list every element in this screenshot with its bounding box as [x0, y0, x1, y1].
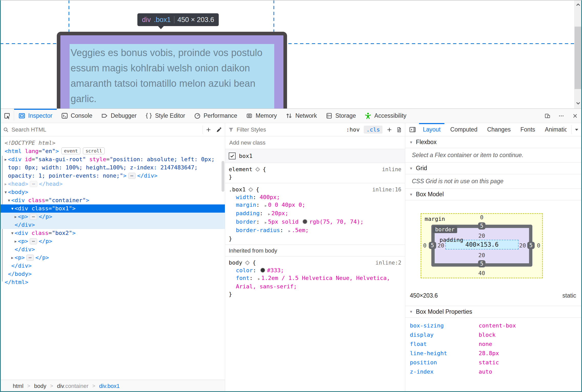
rule-source-link[interactable]: inline:16 [372, 186, 401, 193]
devtools-tab-style-editor[interactable]: Style Editor [141, 109, 190, 123]
border-top-value[interactable]: 5 [478, 222, 486, 230]
padding-bottom-value[interactable]: 20 [478, 252, 485, 259]
expander-icon[interactable]: ▶ [268, 210, 270, 218]
markup-row[interactable]: <html lang="en">eventscroll [0, 147, 225, 155]
markup-row[interactable]: </body> [0, 270, 225, 278]
css-declaration[interactable]: width: 400px; [229, 193, 401, 201]
devtools-tab-network[interactable]: Network [281, 109, 321, 123]
twisty-closed-icon[interactable]: ▶ [15, 237, 17, 245]
devtools-tab-inspector[interactable]: Inspector [14, 109, 57, 123]
section-grid[interactable]: ▼ Grid [405, 162, 582, 174]
border-right-value[interactable]: 5 [527, 242, 535, 249]
sidebar-tab-animations[interactable]: Animations [540, 123, 567, 136]
sidebar-tab-fonts[interactable]: Fonts [515, 123, 540, 136]
sidebar-tab-computed[interactable]: Computed [445, 123, 482, 136]
all-tabs-menu-button[interactable] [572, 123, 582, 136]
devtools-tab-accessibility[interactable]: Accessibility [360, 109, 411, 123]
property-value[interactable]: #333; [267, 267, 284, 274]
twisty-closed-icon[interactable]: ▶ [5, 155, 7, 164]
twisty-open-icon[interactable]: ▼ [5, 188, 7, 196]
rule-selector[interactable]: .box1 [229, 186, 246, 193]
rule-source-link[interactable]: inline [382, 166, 401, 173]
margin-left-value[interactable]: 0 [423, 242, 426, 249]
close-button[interactable] [568, 109, 582, 123]
dom-badge-scroll[interactable]: scroll [83, 147, 105, 154]
markup-row[interactable]: ▼<div class="box1"> [0, 204, 225, 213]
print-media-icon[interactable] [396, 127, 402, 133]
add-rule-icon[interactable] [387, 127, 392, 133]
property-name[interactable]: width [236, 194, 253, 200]
collapsed-children-icon[interactable]: ⋯ [30, 238, 37, 244]
markup-row[interactable]: <!DOCTYPE html> [0, 139, 225, 147]
property-name[interactable]: border-radius [236, 227, 280, 233]
property-value[interactable]: 400px; [260, 194, 280, 200]
breadcrumb-item[interactable]: html [13, 383, 24, 389]
scroll-up-icon[interactable] [575, 2, 581, 8]
collapsed-children-icon[interactable]: ⋯ [26, 255, 34, 261]
sidebar-tab-changes[interactable]: Changes [482, 123, 515, 136]
property-name[interactable]: margin [236, 202, 256, 208]
node-picker-button[interactable] [0, 109, 14, 123]
property-value[interactable]: 20px; [271, 210, 288, 216]
class-checkbox[interactable] [229, 153, 236, 159]
markup-row[interactable]: ▼<body> [0, 188, 225, 196]
menu-dots-button[interactable] [554, 109, 568, 123]
twisty-closed-icon[interactable]: ▶ [11, 254, 13, 262]
property-name[interactable]: border [236, 219, 256, 225]
markup-row[interactable]: ▶<p>⋯</p> [0, 213, 225, 221]
toggle-class-cls[interactable]: .cls [364, 126, 382, 134]
devtools-tab-performance[interactable]: Performance [190, 109, 242, 123]
devtools-tab-storage[interactable]: Storage [321, 109, 360, 123]
highlight-selector-icon[interactable] [248, 187, 254, 192]
css-declaration[interactable]: padding: ▶20px; [229, 210, 401, 218]
markup-row[interactable]: ▶<div id="saka-gui-root" style="position… [0, 155, 225, 180]
markup-row[interactable]: ▶<p>⋯</p> [0, 254, 225, 262]
filter-styles-input[interactable]: Filter Styles [237, 126, 343, 133]
css-declaration[interactable]: margin: ▶0 0 40px 0; [229, 201, 401, 210]
scrollbar-thumb[interactable] [575, 27, 582, 89]
collapsed-children-icon[interactable]: ⋯ [30, 181, 37, 187]
border-left-value[interactable]: 5 [429, 242, 436, 249]
margin-bottom-value[interactable]: 40 [478, 269, 485, 277]
section-flexbox[interactable]: ▼ Flexbox [405, 136, 582, 148]
color-swatch[interactable] [302, 219, 308, 224]
border-bottom-value[interactable]: 5 [478, 260, 486, 267]
property-name[interactable]: color [236, 267, 253, 274]
twisty-open-icon[interactable]: ▼ [8, 196, 10, 204]
dom-badge-event[interactable]: event [61, 147, 80, 154]
highlight-selector-icon[interactable] [255, 167, 260, 172]
markup-row[interactable]: ▼<div class="box2"> [0, 229, 225, 237]
margin-top-value[interactable]: 0 [480, 214, 483, 221]
expander-icon[interactable]: ▶ [289, 227, 291, 235]
search-input[interactable]: Search HTML [12, 126, 200, 133]
expander-icon[interactable]: ▶ [265, 202, 267, 210]
markup-row[interactable]: </html> [0, 278, 225, 286]
markup-row[interactable]: ▼<div class="container"> [0, 196, 225, 204]
expander-icon[interactable]: ▶ [258, 275, 260, 283]
sidebar-tab-layout[interactable]: Layout [418, 123, 445, 136]
color-swatch[interactable] [260, 268, 265, 273]
rule-selector[interactable]: element [229, 166, 252, 173]
twisty-closed-icon[interactable]: ▶ [5, 180, 7, 188]
collapsed-children-icon[interactable]: ⋯ [30, 214, 37, 220]
breadcrumb-item[interactable]: div.box1 [99, 383, 119, 389]
property-value[interactable]: rgb(75, 70, 74); [309, 219, 364, 225]
twisty-open-icon[interactable]: ▼ [11, 229, 13, 237]
page-scrollbar[interactable] [574, 0, 582, 108]
padding-top-value[interactable]: 20 [478, 232, 485, 240]
highlight-selector-icon[interactable] [245, 260, 250, 266]
devtools-tab-console[interactable]: Console [57, 109, 97, 123]
collapsed-children-icon[interactable]: ⋯ [128, 173, 136, 179]
scroll-down-icon[interactable] [575, 100, 581, 106]
add-node-icon[interactable] [206, 127, 211, 133]
markup-row[interactable]: </div> [0, 245, 225, 254]
toggle-pseudo-hov[interactable]: :hov [346, 126, 360, 133]
css-declaration[interactable]: border-radius: ▶.5em; [229, 226, 401, 235]
search-html-bar[interactable]: Search HTML [0, 123, 225, 136]
rule-source-link[interactable]: inline:2 [376, 259, 401, 267]
markup-row[interactable]: ▶<p>⋯</p> [0, 237, 225, 245]
padding-left-value[interactable]: 20 [437, 242, 444, 249]
css-declaration[interactable]: color: #333; [229, 267, 401, 274]
add-new-class-input[interactable]: Add new class [225, 136, 405, 149]
padding-right-value[interactable]: 20 [519, 242, 526, 249]
